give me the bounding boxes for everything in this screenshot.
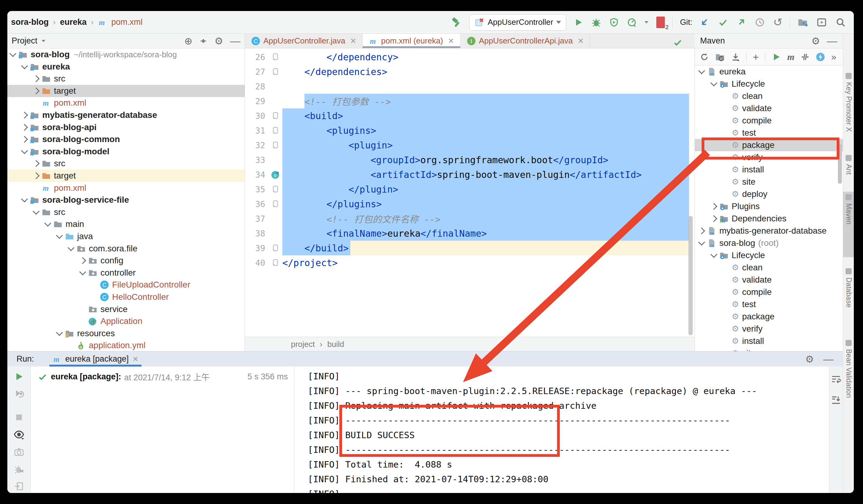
- xml-breadcrumb-build[interactable]: build: [327, 340, 344, 349]
- tree-row-Lifecycle[interactable]: Lifecycle: [695, 78, 843, 90]
- close-icon[interactable]: ✕: [132, 355, 138, 364]
- profiler-chevron-icon[interactable]: [645, 21, 649, 24]
- tree-toggle[interactable]: [711, 251, 717, 258]
- tree-toggle[interactable]: [33, 75, 40, 83]
- tree-toggle[interactable]: [33, 160, 40, 167]
- code-line-31[interactable]: 31 <plugins>: [245, 123, 695, 138]
- tree-toggle[interactable]: [33, 207, 40, 215]
- tree-row-verify[interactable]: ⚙ verify: [695, 323, 843, 335]
- hide-minus-icon[interactable]: —: [230, 38, 240, 44]
- project-panel-title[interactable]: Project: [12, 36, 37, 46]
- tree-row-test[interactable]: ⚙ test: [695, 127, 843, 139]
- code-line-34[interactable]: 34 o <artifactId>spring-boot-maven-plugi…: [245, 167, 695, 182]
- tree-toggle[interactable]: [79, 268, 86, 275]
- editor-tab-pom.xml (eureka)[interactable]: mpom.xml (eureka) ✕: [363, 34, 460, 48]
- maven-m-icon[interactable]: m: [787, 52, 795, 62]
- hide-minus-icon[interactable]: —: [823, 356, 834, 362]
- hide-minus-icon[interactable]: —: [827, 38, 837, 44]
- tree-row-com.sora.file[interactable]: com.sora.file: [7, 242, 245, 255]
- tree-row-src[interactable]: src: [7, 73, 245, 85]
- tree-row-compile[interactable]: ⚙ compile: [695, 114, 843, 127]
- tree-toggle[interactable]: [698, 227, 705, 235]
- services-panel-icon[interactable]: [816, 17, 827, 27]
- plus-icon[interactable]: +: [753, 52, 759, 62]
- tree-row-sora-blog-model[interactable]: sora-blog-model: [7, 146, 245, 158]
- locate-crosshair-icon[interactable]: ⊕: [184, 35, 192, 47]
- camera-snapshot-icon[interactable]: [14, 447, 24, 457]
- tree-row-Lifecycle[interactable]: Lifecycle: [695, 249, 843, 262]
- code-line-40[interactable]: 40 </project>: [245, 255, 695, 270]
- code-line-30[interactable]: 30 <build>: [245, 109, 695, 123]
- stop-square-icon[interactable]: [14, 413, 24, 422]
- tree-toggle[interactable]: [56, 232, 63, 239]
- tree-row-package[interactable]: ⚙ package: [695, 139, 843, 151]
- breadcrumb-module[interactable]: eureka: [60, 17, 87, 27]
- tree-row-mybatis-generator-database[interactable]: m mybatis-generator-database: [695, 225, 843, 237]
- download-sources-icon[interactable]: [731, 52, 740, 62]
- tree-toggle[interactable]: [21, 196, 28, 203]
- tool-strip-Maven[interactable]: Maven: [843, 192, 854, 257]
- run-configuration-select[interactable]: AppUserController: [469, 14, 566, 30]
- tree-toggle[interactable]: [45, 220, 51, 227]
- run-summary-row[interactable]: eureka [package]: at 2021/7/14, 9:12 上午 …: [38, 371, 292, 383]
- tree-row-sora-blog[interactable]: sora-blog~/intellij-workspace/sora-blog: [7, 48, 245, 61]
- tree-row-Dependencies[interactable]: Dependencies: [695, 213, 843, 225]
- tree-row-resources[interactable]: resources: [7, 327, 245, 340]
- tree-row-verify[interactable]: ⚙ verify: [695, 151, 843, 164]
- tree-toggle[interactable]: [79, 257, 86, 264]
- tool-strip-Ant[interactable]: Ant: [843, 152, 854, 183]
- tree-row-config[interactable]: config: [7, 254, 245, 267]
- xml-breadcrumb-project[interactable]: project: [291, 340, 315, 349]
- tree-toggle[interactable]: [698, 239, 705, 246]
- tool-strip-Key Promoter X[interactable]: Key Promoter X: [843, 71, 854, 144]
- tree-row-clean[interactable]: ⚙ clean: [695, 262, 843, 274]
- skip-tests-icon[interactable]: [801, 52, 810, 62]
- rollback-undo-icon[interactable]: ↺: [773, 17, 783, 28]
- tree-row-src[interactable]: src: [7, 158, 245, 169]
- tree-row-validate[interactable]: ⚙ validate: [695, 274, 843, 286]
- tree-toggle[interactable]: [21, 62, 28, 69]
- code-editor[interactable]: 26 </dependency> 27 </dependencies> 28 2…: [245, 48, 695, 337]
- tree-toggle[interactable]: [21, 136, 28, 143]
- tree-toggle[interactable]: [698, 67, 705, 74]
- code-line-26[interactable]: 26 </dependency>: [245, 50, 695, 64]
- tool-strip-Bean Validation[interactable]: Bean Validation: [843, 338, 854, 414]
- tree-toggle[interactable]: [33, 87, 40, 94]
- tree-row-site[interactable]: ⚙ site: [695, 176, 843, 188]
- code-line-35[interactable]: 35 </plugin>: [245, 182, 695, 197]
- tree-row-mybatis-generator-database[interactable]: mybatis-generator-database: [7, 109, 245, 121]
- tree-toggle[interactable]: [711, 215, 717, 222]
- run-play-icon[interactable]: [772, 52, 781, 62]
- breadcrumb-project[interactable]: sora-blog: [11, 17, 49, 27]
- tree-row-target[interactable]: target: [7, 169, 245, 182]
- eye-filter-icon[interactable]: [13, 429, 25, 440]
- tree-row-pom.xml[interactable]: m pom.xml: [7, 97, 245, 109]
- exit-console-icon[interactable]: [14, 481, 24, 491]
- tree-row-sora-blog-common[interactable]: sora-blog-common: [7, 133, 245, 146]
- tree-row-java[interactable]: java: [7, 230, 245, 242]
- code-line-27[interactable]: 27 </dependencies>: [245, 64, 695, 79]
- rerun-play-icon[interactable]: [14, 371, 24, 382]
- run-tab[interactable]: m eureka [package] ✕: [49, 352, 141, 366]
- history-clock-icon[interactable]: [755, 17, 765, 27]
- close-icon[interactable]: ✕: [350, 37, 356, 45]
- tree-toggle[interactable]: [21, 124, 28, 131]
- tree-row-main[interactable]: main: [7, 218, 245, 230]
- code-line-37[interactable]: 37 <!-- 打包的文件名称 -->: [245, 211, 695, 226]
- error-badge[interactable]: 2: [656, 16, 665, 28]
- mute-bug-icon[interactable]: [14, 464, 24, 474]
- editor-scrollbar[interactable]: [688, 216, 693, 335]
- code-line-39[interactable]: 39 </build>: [245, 241, 695, 255]
- settings-gear-icon[interactable]: ⚙: [811, 36, 820, 46]
- code-line-32[interactable]: 32 <plugin>: [245, 138, 695, 152]
- tree-toggle[interactable]: [711, 80, 717, 87]
- code-line-28[interactable]: 28: [245, 79, 695, 94]
- tree-row-install[interactable]: ⚙ install: [695, 164, 843, 176]
- tree-row-eureka[interactable]: eureka: [7, 61, 245, 73]
- tree-row-FileUploadController[interactable]: C FileUploadController: [7, 279, 245, 291]
- tree-row-sora-blog[interactable]: m sora-blog (root): [695, 237, 843, 249]
- reimport-folder-icon[interactable]: [715, 52, 725, 62]
- editor-tab-AppUserControllerApi.java[interactable]: IAppUserControllerApi.java ✕: [461, 34, 590, 48]
- soft-wrap-icon[interactable]: [831, 374, 841, 384]
- run-play-icon[interactable]: [574, 17, 584, 27]
